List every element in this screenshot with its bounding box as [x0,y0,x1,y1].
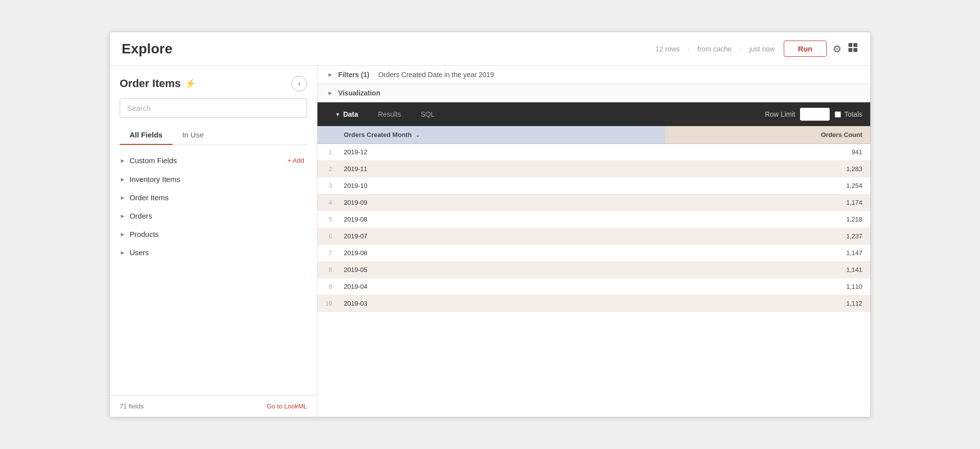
results-table: Orders Created Month ⌄ Orders Count 1 20… [317,126,870,312]
row-count: 12 rows [656,45,680,53]
filters-label: Filters (1) [338,71,369,79]
gear-icon: ⚙ [833,43,842,55]
tabs-row: All Fields In Use [120,126,307,145]
visualization-label: Visualization [338,89,380,97]
cell-month: 2019-05 [336,262,665,278]
section-label-order-items: Order Items [130,193,307,202]
cell-count: 1,218 [665,211,870,228]
table-body: 1 2019-12 941 2 2019-11 1,283 3 2019-10 … [317,144,870,312]
run-button[interactable]: Run [784,41,827,57]
top-bar-right: 12 rows · from cache · just now Run ⚙ [653,41,858,57]
field-section-products[interactable]: ► Products [110,225,317,243]
svg-rect-1 [853,43,857,47]
cell-count: 1,174 [665,194,870,211]
field-section-custom-fields[interactable]: ► Custom Fields + Add [110,151,317,170]
chevron-right-icon-2: ► [120,176,126,183]
cell-count: 1,237 [665,228,870,245]
row-number: 2 [317,161,336,178]
row-number: 1 [317,144,336,161]
row-num-header [317,126,336,144]
cell-count: 1,141 [665,262,870,278]
viz-chevron-icon: ► [327,90,333,96]
row-number: 4 [317,194,336,211]
section-label-custom-fields: Custom Fields [130,156,280,165]
table-row: 8 2019-05 1,141 [317,262,870,278]
row-number: 3 [317,178,336,194]
page-title: Explore [122,41,173,57]
data-tabs-bar: ▼ Data Results SQL Row Limit To [317,102,870,126]
chevron-right-icon-4: ► [120,213,126,220]
grid-view-button[interactable] [847,42,858,55]
row-count-meta: 12 rows · from cache · just now [653,45,778,53]
content-area: ► Filters (1) Orders Created Date in the… [317,66,870,417]
cell-count: 1,283 [665,161,870,178]
row-limit-input[interactable] [800,108,830,121]
add-custom-fields-button[interactable]: + Add [284,156,307,165]
filters-chevron-icon: ► [327,71,333,78]
search-input[interactable] [120,98,307,118]
table-row: 2 2019-11 1,283 [317,161,870,178]
search-box [120,98,307,118]
table-row: 1 2019-12 941 [317,144,870,161]
chevron-right-icon-6: ► [120,249,126,256]
table-row: 6 2019-07 1,237 [317,228,870,245]
sidebar-title-row: Order Items ⚡ [120,77,196,90]
cell-month: 2019-08 [336,211,665,228]
row-number: 5 [317,211,336,228]
totals-label: Totals [844,110,862,118]
cell-month: 2019-11 [336,161,665,178]
fields-count: 71 fields [120,403,143,410]
field-list: ► Custom Fields + Add ► Inventory Items … [110,145,317,395]
tab-all-fields[interactable]: All Fields [120,126,173,145]
cell-month: 2019-04 [336,278,665,295]
collapse-sidebar-button[interactable]: ‹ [291,76,307,91]
svg-rect-2 [848,48,852,52]
tab-data[interactable]: ▼ Data [325,104,368,124]
sidebar-title: Order Items [120,77,181,90]
row-number: 6 [317,228,336,245]
dot2: · [740,45,742,53]
data-panel: ▼ Data Results SQL Row Limit To [317,102,870,417]
table-row: 7 2019-06 1,147 [317,245,870,262]
results-table-wrap: Orders Created Month ⌄ Orders Count 1 20… [317,126,870,417]
sidebar-footer: 71 fields Go to LookML [110,395,317,417]
filters-bar[interactable]: ► Filters (1) Orders Created Date in the… [317,66,870,84]
row-number: 10 [317,295,336,312]
cell-count: 941 [665,144,870,161]
totals-checkbox[interactable] [835,111,841,118]
gear-button[interactable]: ⚙ [833,43,842,55]
app-window: Explore 12 rows · from cache · just now … [109,32,871,417]
tab-in-use[interactable]: In Use [173,126,214,145]
tab-results[interactable]: Results [368,104,411,124]
data-tab-arrow: ▼ [335,112,340,117]
svg-rect-3 [853,48,857,52]
cell-count: 1,147 [665,245,870,262]
table-row: 3 2019-10 1,254 [317,178,870,194]
chevron-right-icon-5: ► [120,231,126,238]
dot1: · [688,45,690,53]
field-section-orders[interactable]: ► Orders [110,207,317,225]
chevron-right-icon-3: ► [120,194,126,201]
tab-sql[interactable]: SQL [411,104,445,124]
cell-count: 1,254 [665,178,870,194]
field-section-order-items[interactable]: ► Order Items [110,188,317,207]
field-section-inventory-items[interactable]: ► Inventory Items [110,170,317,188]
chevron-right-icon: ► [120,157,126,164]
lightning-icon: ⚡ [185,78,196,89]
goto-lookml-link[interactable]: Go to LookML [267,403,307,410]
top-bar: Explore 12 rows · from cache · just now … [110,32,870,66]
filters-text: Orders Created Date in the year 2019 [378,71,494,79]
cell-month: 2019-09 [336,194,665,211]
cell-count: 1,110 [665,278,870,295]
totals-checkbox-label[interactable]: Totals [835,110,862,118]
cell-month: 2019-06 [336,245,665,262]
column-header-count[interactable]: Orders Count [665,126,870,144]
section-label-inventory-items: Inventory Items [130,175,307,183]
section-label-orders: Orders [130,212,307,220]
column-header-month[interactable]: Orders Created Month ⌄ [336,126,665,144]
row-limit-label: Row Limit [765,110,795,118]
table-row: 10 2019-03 1,112 [317,295,870,312]
field-section-users[interactable]: ► Users [110,243,317,262]
visualization-bar[interactable]: ► Visualization [317,84,870,102]
data-tabs-right: Row Limit Totals [765,108,862,121]
